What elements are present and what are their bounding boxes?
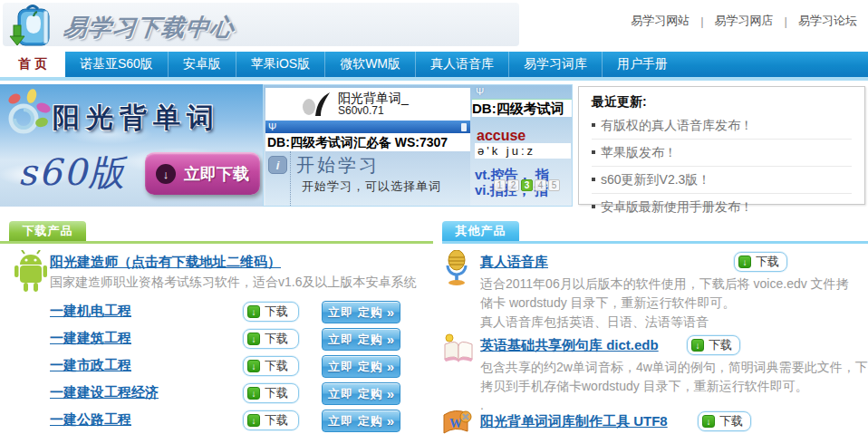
toolkit-icon: W — [442, 410, 473, 434]
download-button[interactable]: ↓下载 — [243, 302, 299, 322]
info-icon: i — [268, 156, 287, 174]
svg-text:W: W — [449, 417, 462, 430]
order-now-button[interactable]: 立即 定购» — [322, 382, 400, 405]
tab-download-products: 下载产品 — [9, 221, 86, 241]
recent-updates-panel: 最近更新: 有版权的真人语音库发布！ 苹果版发布！ s60更新到V2.3版！ 安… — [578, 86, 865, 205]
link-yixuexi-website[interactable]: 易学习网站 — [631, 13, 690, 29]
row-link[interactable]: 一建建设工程经济 — [50, 384, 159, 401]
chevron-right-icon: » — [387, 359, 394, 374]
banner-download-label: 立即下载 — [184, 163, 249, 185]
order-label: 立即 定购 — [328, 359, 383, 375]
hero: 阳光背单词 s60版 ↓ 立即下载 阳光背单词_ S60v0.71 — [0, 84, 868, 207]
download-button[interactable]: ↓下载 — [243, 383, 299, 403]
nav-bottom-strip — [0, 77, 868, 81]
nav-voice-library[interactable]: 真人语音库 — [415, 52, 508, 77]
table-row: 一建机电工程 ↓下载 立即 定购» — [0, 299, 433, 326]
table-row: 一建公路工程 ↓下载 立即 定购» — [0, 408, 433, 434]
chevron-right-icon: » — [387, 304, 394, 320]
banner-download-button[interactable]: ↓ 立即下载 — [145, 152, 260, 195]
promo-banner[interactable]: 阳光背单词 s60版 ↓ 立即下载 — [0, 84, 263, 207]
dotted-divider — [290, 151, 291, 206]
order-now-button[interactable]: 立即 定购» — [322, 328, 400, 351]
site-title: 易学习下载中心 — [62, 12, 236, 43]
antenna-icon: Ψ — [476, 86, 484, 97]
download-arrow-icon: ↓ — [156, 164, 176, 184]
table-row: 一建建设工程经济 ↓下载 立即 定购» — [0, 381, 433, 408]
order-label: 立即 定购 — [328, 386, 383, 402]
android-icon — [13, 250, 49, 294]
order-now-button[interactable]: 立即 定购» — [322, 301, 400, 323]
product-desc: 国家建造师职业资格考试练习软件，适合v1.6及以上版本安卓系统 — [50, 275, 416, 291]
row-link[interactable]: 一建机电工程 — [50, 303, 131, 320]
download-arrow-icon: ↓ — [247, 387, 260, 400]
download-button[interactable]: ↓下载 — [243, 410, 299, 430]
download-arrow-icon: ↓ — [247, 305, 260, 318]
bullet-icon — [592, 150, 595, 154]
row-link[interactable]: 一建建筑工程 — [50, 330, 131, 347]
backpack-logo-icon[interactable] — [7, 4, 58, 53]
nav-nokia-s60[interactable]: 诺基亚S60版 — [65, 52, 168, 77]
phonetic-transcription: ə'k ju:z — [475, 143, 571, 159]
bullet-icon — [592, 123, 595, 127]
carousel-pagination: 1 2 3 4 5 — [494, 179, 560, 191]
product-link-builder[interactable]: 阳光建造师（点击有下载地址二维码） — [50, 254, 281, 271]
product-rows: 一建机电工程 ↓下载 立即 定购» 一建建筑工程 ↓下载 立即 定购» 一建市政… — [0, 299, 433, 434]
antenna-icon: Ψ — [268, 121, 276, 133]
nav-apple-ios[interactable]: 苹果iOS版 — [236, 52, 324, 77]
nav-user-manual[interactable]: 用户手册 — [602, 52, 682, 77]
row-link[interactable]: 一建市政工程 — [50, 357, 131, 374]
chevron-right-icon: » — [387, 332, 394, 347]
separator: | — [700, 14, 703, 28]
battery-icon — [461, 123, 467, 131]
product-link-dict-tool[interactable]: 阳光背单词词库制作工具 UTF8 — [480, 413, 668, 430]
bullet-icon — [592, 178, 595, 181]
nav-dictionary[interactable]: 易学习词库 — [508, 52, 602, 77]
desc-line: 适合2011年06月以后版本的软件使用，下载后将 voice.edv 文件拷 — [480, 275, 849, 294]
download-label: 下载 — [709, 337, 732, 353]
download-button[interactable]: ↓下载 — [243, 356, 299, 376]
tab-other-products: 其他产品 — [442, 221, 519, 241]
link-yixuexi-forum[interactable]: 易学习论坛 — [798, 13, 857, 29]
product-desc: 包含共享的约2w单词音标，4w单词的例句，简明词典需要此文件，下 拷贝到手机存储… — [480, 358, 868, 415]
table-row: 一建市政工程 ↓下载 立即 定购» — [0, 353, 433, 381]
download-products-section: 下载产品 阳光建造师（点击有下载地址二维码） 国家建造师职业资格考试练习软件，适… — [0, 217, 433, 434]
flower-logo-icon — [2, 88, 54, 140]
bullet-icon — [592, 205, 595, 208]
update-text: 安卓版最新使用手册发布！ — [601, 199, 753, 214]
recent-updates-title: 最近更新: — [592, 94, 852, 111]
nav-windows-mobile[interactable]: 微软WM版 — [324, 52, 415, 77]
app-title: 阳光背单词_ — [338, 91, 409, 105]
nav-android[interactable]: 安卓版 — [168, 52, 236, 77]
top-links: 易学习网站 | 易学习网店 | 易学习论坛 — [631, 13, 857, 29]
order-now-button[interactable]: 立即 定购» — [322, 410, 400, 432]
desc-line: . — [480, 396, 868, 415]
download-label: 下载 — [265, 304, 288, 320]
download-label: 下载 — [265, 412, 288, 429]
download-button[interactable]: ↓下载 — [734, 252, 787, 272]
page-dot-2[interactable]: 2 — [507, 179, 519, 191]
microphone-icon — [442, 250, 471, 286]
page-dot-3-active[interactable]: 3 — [521, 179, 533, 191]
download-button[interactable]: ↓下载 — [243, 329, 299, 349]
row-link[interactable]: 一建公路工程 — [50, 411, 131, 429]
other-products-section: 其他产品 真人语音库 ↓下载 适合2011年06月以后版本的软件使用，下载后将 … — [442, 217, 868, 434]
nav-home[interactable]: 首 页 — [0, 52, 65, 77]
download-button[interactable]: ↓下载 — [698, 411, 751, 431]
download-button[interactable]: ↓下载 — [687, 335, 740, 355]
page-dot-5[interactable]: 5 — [548, 179, 560, 191]
blue-rule — [442, 241, 868, 244]
product-link-voice-library[interactable]: 真人语音库 — [480, 254, 548, 271]
update-item: s60更新到V2.3版！ — [592, 167, 852, 194]
page-dot-4[interactable]: 4 — [535, 179, 546, 191]
app-screenshot-1: 阳光背单词_ S60v0.71 Ψ DB:四级考试词汇必备 WS:7307 i … — [265, 88, 470, 206]
screenshot1-db-line: DB:四级考试词汇必备 WS:7307 — [265, 133, 470, 151]
download-arrow-icon: ↓ — [691, 339, 704, 352]
order-now-button[interactable]: 立即 定购» — [322, 355, 400, 378]
link-yixuexi-shop[interactable]: 易学习网店 — [715, 13, 774, 29]
product-link-example-db[interactable]: 英语基础共享例句库 dict.edb — [480, 337, 659, 354]
order-label: 立即 定购 — [328, 332, 383, 348]
download-arrow-icon: ↓ — [738, 256, 751, 268]
page-dot-1[interactable]: 1 — [494, 179, 506, 191]
update-text: s60更新到V2.3版！ — [601, 172, 710, 187]
chevron-right-icon: » — [387, 386, 394, 401]
